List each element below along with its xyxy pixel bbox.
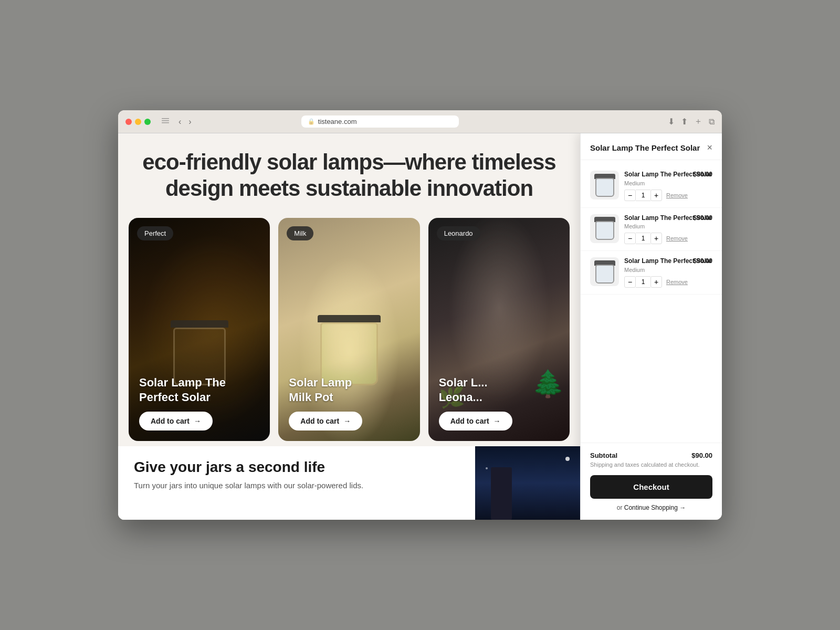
browser-window: ‹ › 🔒 tisteane.com ⬇ ⬆ ＋ ⧉ eco-friendly … [118, 110, 722, 520]
add-to-cart-button-leo[interactable]: Add to cart → [439, 412, 512, 430]
subtotal-value: $90.00 [691, 452, 712, 459]
share-button[interactable]: ⬆ [681, 116, 688, 127]
lock-icon: 🔒 [308, 118, 315, 125]
cart-header: Solar Lamp The Perfect Solar × [581, 133, 722, 160]
subtotal-label: Subtotal [590, 452, 617, 459]
cart-item-image-3 [590, 257, 619, 286]
cart-item-price-2: $90.00 [693, 214, 712, 222]
cart-item-variant-2: Medium [624, 223, 712, 229]
remove-item-button-3[interactable]: Remove [666, 279, 688, 285]
cart-items-list: Solar Lamp The Perfect Solar Medium − 1 … [581, 160, 722, 443]
product-badge-milk: Milk [287, 226, 313, 240]
cart-footer: Subtotal $90.00 Shipping and taxes calcu… [581, 443, 722, 520]
cart-close-button[interactable]: × [707, 143, 712, 152]
cart-item: Solar Lamp The Perfect Solar Medium − 1 … [581, 164, 722, 208]
cart-item: Solar Lamp The Perfect Solar Medium − 1 … [581, 251, 722, 295]
svg-rect-0 [162, 118, 169, 119]
arrow-icon-leo: → [494, 417, 501, 425]
minimize-traffic-light[interactable] [135, 119, 141, 125]
product-badge-perfect: Perfect [137, 226, 173, 240]
product-card-content-perfect: Solar Lamp ThePerfect Solar Add to cart … [129, 365, 270, 441]
remove-item-button-2[interactable]: Remove [666, 235, 688, 242]
svg-rect-2 [162, 122, 169, 123]
increase-qty-button-2[interactable]: + [650, 233, 662, 244]
cart-item-variant-1: Medium [624, 180, 712, 186]
increase-qty-button-1[interactable]: + [650, 190, 662, 201]
forward-button[interactable]: › [186, 116, 194, 128]
product-card-content-leo: Solar L...Leona... Add to cart → [428, 365, 570, 441]
decrease-qty-button-2[interactable]: − [624, 233, 636, 244]
increase-qty-button-3[interactable]: + [650, 276, 662, 288]
hero-section: eco-friendly solar lamps—where timeless … [118, 133, 580, 213]
add-to-cart-label-leo: Add to cart [450, 417, 489, 425]
bottom-section: Give your jars a second life Turn your j… [118, 446, 580, 520]
website-content: eco-friendly solar lamps—where timeless … [118, 133, 580, 520]
product-title-milk: Solar LampMilk Pot [289, 375, 409, 404]
bottom-image [475, 446, 580, 520]
qty-display-3: 1 [636, 276, 650, 288]
checkout-button[interactable]: Checkout [590, 475, 712, 499]
cart-item-variant-3: Medium [624, 267, 712, 273]
maximize-traffic-light[interactable] [144, 119, 151, 125]
hero-line1: eco-friendly solar lamps—where timeless [129, 149, 570, 175]
product-card-leo: Leonardo 🌲 🌿 Solar L...Leona... Add to c… [428, 218, 570, 441]
product-card-milk: Milk Solar LampMilk Pot Add to cart → [278, 218, 419, 441]
cart-item-controls-1: − 1 + Remove [624, 190, 712, 201]
continue-shopping-link[interactable]: Continue Shopping → [624, 504, 686, 511]
cart-item-controls-3: − 1 + Remove [624, 276, 712, 288]
url-text: tisteane.com [318, 118, 357, 125]
cart-title: Solar Lamp The Perfect Solar [590, 143, 700, 152]
product-title-perfect: Solar Lamp ThePerfect Solar [139, 375, 259, 404]
cart-item-image-1 [590, 171, 619, 200]
nav-buttons: ‹ › [176, 116, 194, 128]
bottom-subtitle: Turn your jars into unique solar lamps w… [134, 480, 459, 491]
cart-item-price-1: $90.00 [693, 171, 712, 178]
continue-shopping-row: or Continue Shopping → [590, 504, 712, 511]
cart-item-price-3: $90.00 [693, 257, 712, 265]
product-badge-leo: Leonardo [437, 226, 480, 240]
back-button[interactable]: ‹ [176, 116, 184, 128]
decrease-qty-button-1[interactable]: − [624, 190, 636, 201]
decrease-qty-button-3[interactable]: − [624, 276, 636, 288]
cart-item-controls-2: − 1 + Remove [624, 233, 712, 244]
cart-item-image-2 [590, 214, 619, 243]
cart-item: Solar Lamp The Perfect Solar Medium − 1 … [581, 208, 722, 251]
add-to-cart-label-milk: Add to cart [300, 417, 339, 425]
arrow-icon-milk: → [343, 417, 351, 425]
shipping-note: Shipping and taxes calculated at checkou… [590, 461, 712, 468]
product-title-leo: Solar L...Leona... [439, 375, 559, 404]
new-tab-button[interactable]: ＋ [694, 116, 702, 127]
address-bar[interactable]: 🔒 tisteane.com [301, 116, 459, 128]
qty-display-1: 1 [636, 190, 650, 201]
add-to-cart-button-perfect[interactable]: Add to cart → [139, 412, 213, 430]
add-to-cart-label-perfect: Add to cart [151, 417, 190, 425]
arrow-icon-perfect: → [194, 417, 201, 425]
product-card-perfect: Perfect Solar Lamp ThePerfect Solar Add … [129, 218, 270, 441]
download-button[interactable]: ⬇ [668, 116, 675, 127]
browser-chrome: ‹ › 🔒 tisteane.com ⬇ ⬆ ＋ ⧉ [118, 110, 722, 133]
cart-panel: Solar Lamp The Perfect Solar × Solar Lam… [580, 133, 722, 520]
subtotal-row: Subtotal $90.00 [590, 452, 712, 459]
product-card-content-milk: Solar LampMilk Pot Add to cart → [278, 365, 419, 441]
add-to-cart-button-milk[interactable]: Add to cart → [289, 412, 362, 430]
close-traffic-light[interactable] [125, 119, 132, 125]
hero-line2: design meets sustainable innovation [129, 175, 570, 202]
remove-item-button-1[interactable]: Remove [666, 192, 688, 198]
traffic-lights [125, 119, 151, 125]
bottom-text-content: Give your jars a second life Turn your j… [118, 446, 475, 520]
continue-prefix: or [617, 504, 624, 511]
sidebar-toggle-button[interactable] [160, 117, 171, 127]
browser-content: eco-friendly solar lamps—where timeless … [118, 133, 722, 520]
product-grid: Perfect Solar Lamp ThePerfect Solar Add … [118, 213, 580, 446]
toolbar-right: ⬇ ⬆ ＋ ⧉ [668, 116, 715, 127]
qty-display-2: 1 [636, 233, 650, 244]
svg-rect-1 [162, 120, 169, 121]
bottom-title: Give your jars a second life [134, 459, 459, 476]
tabs-button[interactable]: ⧉ [709, 116, 715, 127]
